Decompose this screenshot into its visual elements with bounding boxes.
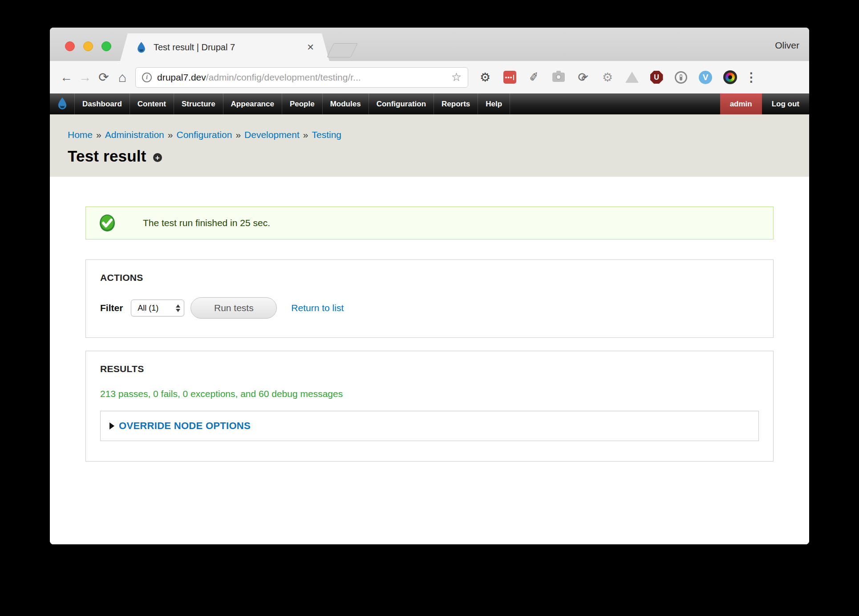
vimium-extension-icon[interactable]: V bbox=[698, 70, 713, 85]
breadcrumb-separator: » bbox=[235, 130, 241, 140]
new-tab-button[interactable] bbox=[327, 43, 358, 57]
drupal-admin-toolbar: Dashboard Content Structure Appearance P… bbox=[50, 93, 809, 114]
status-message: The test run finished in 25 sec. bbox=[85, 207, 774, 239]
zoom-window-button[interactable] bbox=[101, 41, 111, 51]
password-manager-extension-icon[interactable]: ••• bbox=[502, 70, 517, 85]
toolbar-logout-link[interactable]: Log out bbox=[762, 93, 809, 114]
run-tests-button[interactable]: Run tests bbox=[190, 297, 277, 319]
results-fieldset: RESULTS 213 passes, 0 fails, 0 exception… bbox=[85, 351, 774, 462]
status-ok-icon bbox=[98, 214, 116, 232]
browser-navbar: ← → ⟳ ⌂ i drupal7.dev /admin/config/deve… bbox=[50, 61, 809, 93]
page-title: Test result bbox=[68, 147, 146, 165]
page-content: The test run finished in 25 sec. ACTIONS… bbox=[50, 177, 809, 544]
reload-icon[interactable]: ⟳ bbox=[94, 71, 113, 84]
toolbar-item-reports[interactable]: Reports bbox=[434, 93, 478, 114]
browser-window: Test result | Drupal 7 ✕ Oliver ← → ⟳ ⌂ … bbox=[50, 28, 809, 544]
drupal-logo-home-button[interactable] bbox=[50, 93, 75, 114]
minimize-window-button[interactable] bbox=[83, 41, 93, 51]
breadcrumb-development[interactable]: Development bbox=[244, 130, 300, 140]
override-node-options-link[interactable]: OVERRIDE NODE OPTIONS bbox=[119, 420, 251, 432]
breadcrumb-home[interactable]: Home bbox=[68, 130, 93, 140]
home-icon[interactable]: ⌂ bbox=[113, 71, 132, 84]
return-to-list-link[interactable]: Return to list bbox=[291, 303, 344, 313]
toolbar-item-structure[interactable]: Structure bbox=[174, 93, 223, 114]
breadcrumb-separator: » bbox=[96, 130, 101, 140]
tab-title: Test result | Drupal 7 bbox=[154, 42, 301, 53]
breadcrumb-configuration[interactable]: Configuration bbox=[176, 130, 232, 140]
tab-bar: Test result | Drupal 7 ✕ Oliver bbox=[50, 28, 809, 61]
drive-extension-icon[interactable] bbox=[625, 70, 639, 85]
actions-legend: ACTIONS bbox=[100, 272, 759, 283]
url-path: /admin/config/development/testing/r... bbox=[206, 72, 448, 83]
key-extension-icon[interactable] bbox=[674, 70, 688, 85]
breadcrumb-separator: » bbox=[303, 130, 308, 140]
page-info-icon[interactable]: i bbox=[142, 73, 152, 82]
close-window-button[interactable] bbox=[65, 41, 75, 51]
page-header: Home»Administration»Configuration»Develo… bbox=[50, 114, 809, 177]
eyedropper-extension-icon[interactable]: ✐ bbox=[527, 70, 541, 85]
override-node-options-fieldset[interactable]: OVERRIDE NODE OPTIONS bbox=[100, 411, 759, 441]
toolbar-spacer bbox=[510, 93, 720, 114]
toolbar-item-modules[interactable]: Modules bbox=[323, 93, 369, 114]
back-icon[interactable]: ← bbox=[57, 71, 76, 84]
toolbar-item-people[interactable]: People bbox=[282, 93, 323, 114]
actions-fieldset: ACTIONS Filter All (1) Run tests Return … bbox=[85, 259, 774, 338]
test-summary: 213 passes, 0 fails, 0 exceptions, and 6… bbox=[100, 389, 759, 399]
bookmark-star-icon[interactable]: ☆ bbox=[451, 70, 462, 84]
window-controls bbox=[65, 41, 111, 51]
tampermonkey-extension-icon[interactable]: ⚙ bbox=[600, 70, 615, 85]
ublock-extension-icon[interactable]: U bbox=[649, 70, 664, 85]
toolbar-item-help[interactable]: Help bbox=[478, 93, 510, 114]
breadcrumb-administration[interactable]: Administration bbox=[105, 130, 164, 140]
collapsed-caret-icon bbox=[109, 422, 114, 430]
toolbar-item-dashboard[interactable]: Dashboard bbox=[75, 93, 130, 114]
screenshot-sync-extension-icon[interactable]: ⟳ bbox=[576, 70, 590, 85]
url-host: drupal7.dev bbox=[157, 72, 206, 83]
browser-profile-name[interactable]: Oliver bbox=[775, 40, 799, 51]
camera-extension-icon[interactable] bbox=[551, 70, 566, 85]
browser-tab[interactable]: Test result | Drupal 7 ✕ bbox=[120, 33, 329, 61]
results-legend: RESULTS bbox=[100, 364, 759, 374]
select-stepper-icon bbox=[172, 304, 180, 312]
filter-select-value: All (1) bbox=[138, 304, 172, 313]
filter-label: Filter bbox=[100, 303, 123, 313]
extension-toolbar: ⚙ ••• ✐ ⟳ ⚙ U V bbox=[478, 70, 737, 85]
status-message-text: The test run finished in 25 sec. bbox=[143, 218, 270, 228]
toolbar-item-content[interactable]: Content bbox=[130, 93, 174, 114]
add-shortcut-icon[interactable]: + bbox=[153, 153, 162, 162]
browser-menu-icon[interactable]: ⋮ bbox=[745, 70, 758, 85]
breadcrumb: Home»Administration»Configuration»Develo… bbox=[68, 130, 809, 140]
settings-gear-extension-icon[interactable]: ⚙ bbox=[478, 70, 492, 85]
drupal-droplet-icon bbox=[57, 97, 68, 111]
forward-icon: → bbox=[76, 71, 94, 84]
breadcrumb-separator: » bbox=[168, 130, 173, 140]
tab-close-icon[interactable]: ✕ bbox=[307, 42, 314, 53]
toolbar-item-configuration[interactable]: Configuration bbox=[369, 93, 434, 114]
toolbar-user-admin-link[interactable]: admin bbox=[720, 93, 762, 114]
toolbar-item-appearance[interactable]: Appearance bbox=[223, 93, 282, 114]
filter-select[interactable]: All (1) bbox=[131, 300, 184, 316]
drupal-favicon-icon bbox=[135, 41, 147, 53]
breadcrumb-testing[interactable]: Testing bbox=[312, 130, 342, 140]
lens-extension-icon[interactable] bbox=[723, 70, 737, 85]
address-bar[interactable]: i drupal7.dev /admin/config/development/… bbox=[135, 67, 468, 88]
